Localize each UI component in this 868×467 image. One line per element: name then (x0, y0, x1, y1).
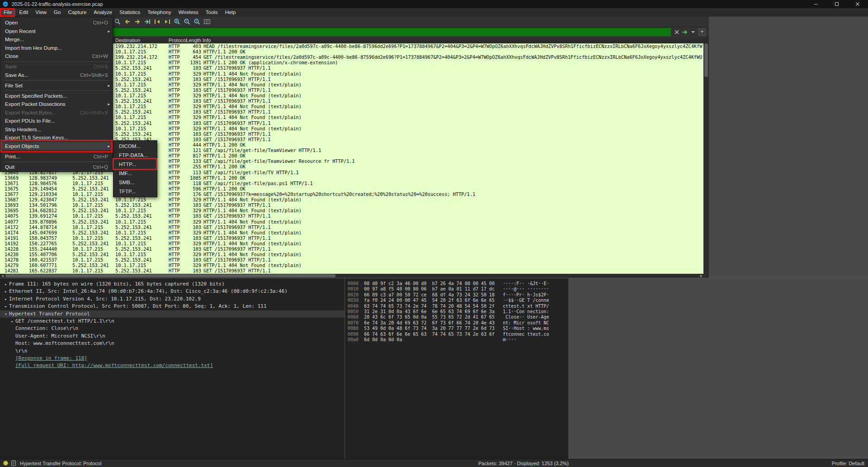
detail-link[interactable]: [Full request URI: http://www.msftconnec… (15, 362, 213, 368)
menu-tools[interactable]: Tools (202, 8, 222, 17)
expert-info-icon[interactable] (3, 461, 8, 466)
go-back-icon[interactable] (124, 18, 131, 25)
packet-row[interactable]: 14228155.24444010.1.17.2155.252.153.241H… (0, 246, 703, 252)
menu-file[interactable]: File (0, 8, 16, 17)
detail-line[interactable]: ▾Hypertext Transfer Protocol (0, 310, 344, 318)
menu-analyze[interactable]: Analyze (90, 8, 116, 17)
export-submenu-item-imf[interactable]: IMF... (113, 169, 157, 178)
export-submenu-item-smb[interactable]: SMB... (113, 178, 157, 187)
menu-help[interactable]: Help (222, 8, 240, 17)
detail-line[interactable]: ▸GET /connecttest.txt HTTP/1.1\r\n (0, 318, 344, 325)
detail-line[interactable]: Connection: Close\r\n (0, 325, 344, 332)
packet-row[interactable]: 14191150.04375710.1.17.2155.252.153.241H… (0, 235, 703, 241)
hex-row[interactable]: 00a0 6d 0d 0a 0d 0a m···· (348, 337, 568, 343)
file-menu-item-export-pdus-to-file[interactable]: Export PDUs to File... (0, 117, 113, 125)
menu-capture[interactable]: Capture (64, 8, 90, 17)
close-button[interactable] (847, 0, 868, 8)
hex-row[interactable]: 0090 66 74 63 6f 6e 6e 65 63 74 74 65 73… (348, 332, 568, 337)
hex-row[interactable]: 0030 fa f0 24 24 00 00 47 45 54 20 2f 63… (348, 298, 568, 303)
detail-line[interactable]: ▸Internet Protocol Version 4, Src: 10.1.… (0, 295, 344, 303)
file-menu-item-export-specified-packets[interactable]: Export Specified Packets... (0, 92, 113, 100)
export-submenu-item-ftp-data[interactable]: FTP-DATA... (113, 151, 157, 160)
packet-row[interactable]: 13695134.6828125.252.153.24110.1.17.215H… (0, 208, 703, 213)
packet-row[interactable]: 14281165.62283710.1.17.2155.252.153.241H… (0, 268, 703, 273)
menu-go[interactable]: Go (50, 8, 64, 17)
file-menu-item-open[interactable]: OpenCtrl+O (0, 19, 113, 27)
zoom-in-icon[interactable] (174, 18, 181, 25)
file-menu-item-close[interactable]: CloseCtrl+W (0, 52, 113, 61)
scroll-right-icon[interactable] (700, 275, 703, 277)
packet-row[interactable]: 14174145.0476995.252.153.24110.1.17.215H… (0, 230, 703, 235)
filter-dropdown-icon[interactable] (689, 29, 697, 36)
horizontal-scrollbar[interactable] (0, 274, 709, 278)
expand-icon[interactable]: ▸ (3, 295, 9, 303)
minimize-button[interactable] (806, 0, 826, 8)
file-menu-item-merge[interactable]: Merge... (0, 35, 113, 44)
vertical-scrollbar[interactable] (703, 37, 709, 274)
packet-row[interactable]: 14075139.69127410.1.17.2155.252.153.241H… (0, 213, 703, 219)
file-menu-item-export-objects[interactable]: Export Objects▸ (0, 142, 113, 151)
go-forward-icon[interactable] (134, 18, 141, 25)
packet-row[interactable]: 13687129.4230475.252.153.24110.1.17.215H… (0, 197, 703, 202)
profile-status[interactable]: Profile: Default (832, 460, 864, 467)
resize-columns-icon[interactable] (203, 18, 211, 25)
hex-row[interactable]: 0070 6e 74 3a 20 4d 69 63 72 6f 73 6f 66… (348, 320, 568, 326)
scroll-left-icon[interactable] (1, 275, 4, 277)
capture-comment-icon[interactable] (11, 460, 16, 466)
detail-line[interactable]: [Full request URI: http://www.msftconnec… (0, 362, 344, 369)
horizontal-scrollbar-thumb[interactable] (5, 274, 335, 277)
file-menu-item-export-packet-bytes[interactable]: Export Packet Bytes...Ctrl+Shift+X (0, 109, 113, 117)
hex-row[interactable]: 0050 31 2e 31 0d 0a 43 6f 6e 6e 65 63 74… (348, 309, 568, 315)
export-submenu-item-tftp[interactable]: TFTP... (113, 187, 157, 196)
packet-row[interactable]: 13671128.98457610.1.17.215HTTP118GET /ap… (0, 181, 703, 186)
go-last-icon[interactable] (164, 18, 171, 25)
file-menu-item-file-set[interactable]: File Set▸ (0, 81, 113, 90)
vertical-scrollbar-thumb[interactable] (704, 43, 708, 77)
packet-row[interactable]: 13693134.50179610.1.17.2155.252.153.241H… (0, 202, 703, 208)
packet-row[interactable]: 14230155.4077065.252.153.24110.1.17.215H… (0, 252, 703, 257)
column-header-length[interactable]: Length (182, 37, 201, 43)
hex-row[interactable]: 0040 63 74 74 65 73 74 2e 74 78 74 20 48… (348, 304, 568, 309)
find-packet-icon[interactable] (114, 18, 121, 25)
packet-row[interactable]: 14278160.42153710.1.17.2155.252.153.241H… (0, 257, 703, 262)
zoom-out-icon[interactable] (184, 18, 191, 25)
detail-link[interactable]: [Response in frame: 118] (15, 355, 87, 361)
filter-add-button[interactable]: + (698, 29, 706, 36)
detail-line[interactable]: ▸Transmission Control Protocol, Src Port… (0, 303, 344, 310)
packet-row[interactable]: 14192150.2277655.252.153.24110.1.17.215H… (0, 241, 703, 246)
file-menu-item-open-recent[interactable]: Open Recent▸ (0, 27, 113, 36)
hex-row[interactable]: 0010 00 97 a8 f5 40 00 80 06 b7 ae 0a 01… (348, 286, 568, 292)
file-menu-item-save[interactable]: SaveCtrl+S (0, 62, 113, 71)
packet-row[interactable]: 13675129.1494545.252.153.241HTTP596HTTP/… (0, 186, 703, 191)
file-menu-item-export-packet-dissections[interactable]: Export Packet Dissections▸ (0, 100, 113, 109)
detail-line[interactable]: ▸Ethernet II, Src: Intel_26:4a:74 (00:d0… (0, 288, 344, 295)
apply-filter-icon[interactable] (681, 29, 689, 36)
column-header-info[interactable]: Info (203, 37, 211, 43)
packet-row[interactable]: 13677129.21033410.1.17.215HTTP176GET /15… (0, 191, 703, 197)
file-menu-item-export-tls-session-keys[interactable]: Export TLS Session Keys... (0, 133, 113, 142)
detail-line[interactable]: User-Agent: Microsoft NCSI\r\n (0, 333, 344, 340)
menu-statistics[interactable]: Statistics (116, 8, 144, 17)
detail-line[interactable]: ▸Frame 111: 165 bytes on wire (1320 bits… (0, 281, 344, 288)
hex-row[interactable]: 0020 66 09 c3 a7 00 50 72 ce 68 df 4a 73… (348, 292, 568, 298)
detail-line[interactable]: \r\n (0, 348, 344, 355)
file-menu-item-save-as[interactable]: Save As...Ctrl+Shift+S (0, 71, 113, 80)
expand-icon[interactable]: ▸ (3, 288, 9, 295)
maximize-button[interactable] (826, 0, 847, 8)
menu-wireless[interactable]: Wireless (175, 8, 202, 17)
file-menu-item-quit[interactable]: QuitCtrl+Q (0, 163, 113, 172)
column-header-destination[interactable]: Destination (115, 37, 140, 43)
menu-edit[interactable]: Edit (16, 8, 32, 17)
hex-row[interactable]: 0000 08 d0 9f c2 3a 46 00 d0 b7 26 4a 74… (348, 281, 568, 286)
collapse-icon[interactable]: ▾ (3, 310, 9, 318)
file-menu-item-print[interactable]: Print...Ctrl+P (0, 152, 113, 161)
packet-row[interactable]: 13669128.9837495.252.153.241HTTP1085HTTP… (0, 175, 703, 181)
go-to-packet-icon[interactable] (144, 18, 151, 25)
packet-row[interactable]: 14077139.8708965.252.153.24110.1.17.215H… (0, 219, 703, 224)
go-first-icon[interactable] (154, 18, 161, 25)
detail-line[interactable]: Host: www.msftconnecttest.com\r\n (0, 340, 344, 347)
packet-row[interactable]: 14172144.87871410.1.17.2155.252.153.241H… (0, 224, 703, 230)
packet-row[interactable]: 14279160.6077715.252.153.24110.1.17.215H… (0, 262, 703, 268)
hex-row[interactable]: 0080 53 49 0d 0a 48 6f 73 74 3a 20 77 77… (348, 326, 568, 331)
file-menu-item-import-from-hex-dump[interactable]: Import from Hex Dump... (0, 44, 113, 52)
